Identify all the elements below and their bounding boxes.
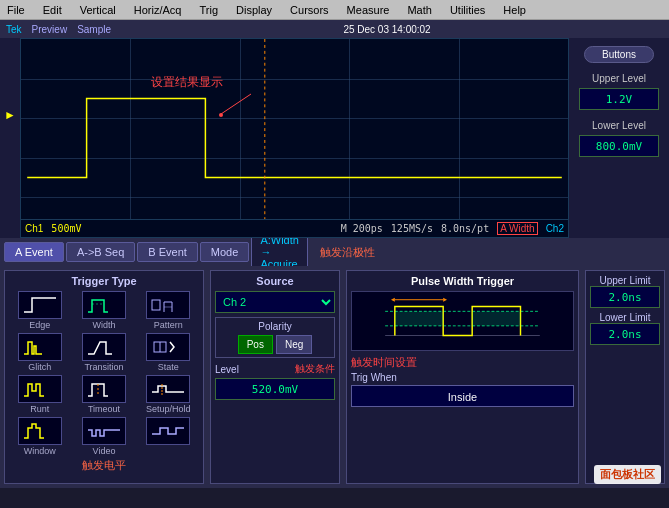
level-label: Level (215, 364, 239, 375)
timeout-icon (82, 375, 126, 403)
scope-time: M 200ps (341, 223, 383, 234)
state-icon (146, 333, 190, 361)
scope-sample-rate: 125MS/s (391, 223, 433, 234)
window-label: Window (24, 446, 56, 456)
trigger-misc (138, 417, 199, 456)
trigger-transition[interactable]: Transition (73, 333, 134, 372)
lower-limit-value: 2.0ns (590, 323, 660, 345)
video-label: Video (93, 446, 116, 456)
trigger-type-grid: Edge Width Pattern (9, 291, 199, 456)
runt-label: Runt (30, 404, 49, 414)
menu-math[interactable]: Math (404, 3, 434, 17)
glitch-label: Glitch (28, 362, 51, 372)
trigger-edge[interactable]: Edge (9, 291, 70, 330)
menu-horiz[interactable]: Horiz/Acq (131, 3, 185, 17)
scope-right-panel: Buttons Upper Level 1.2V Lower Level 800… (569, 38, 669, 238)
buttons-button[interactable]: Buttons (584, 46, 654, 63)
cursor-label: A Width (497, 222, 537, 235)
trig-when-value: Inside (351, 385, 574, 407)
status-sample: Sample (77, 24, 111, 35)
polarity-pos-btn[interactable]: Pos (238, 335, 273, 354)
lower-level-value: 800.0mV (579, 135, 659, 157)
watermark-text: 面包板社区 (600, 468, 655, 480)
svg-rect-13 (472, 311, 520, 326)
width-label: Width (92, 320, 115, 330)
trig-time-annotation: 触发时间设置 (351, 355, 417, 370)
lower-level-label: Lower Level (592, 120, 646, 131)
pulse-diagram (351, 291, 574, 351)
upper-level-label: Upper Level (592, 73, 646, 84)
trig-when-label: Trig When (351, 372, 574, 383)
tab-b-event[interactable]: B Event (137, 242, 198, 262)
uns-badge: 面包板社区 (594, 465, 661, 484)
source-select[interactable]: Ch 2 Ch 1 Ch 3 Ch 4 (215, 291, 335, 313)
status-tek: Tek (6, 24, 22, 35)
menu-display[interactable]: Display (233, 3, 275, 17)
width-icon (82, 291, 126, 319)
menu-bar: File Edit Vertical Horiz/Acq Trig Displa… (0, 0, 669, 20)
tab-ab-seq[interactable]: A->B Seq (66, 242, 135, 262)
level-value: 520.0mV (215, 378, 335, 400)
ch1-mv: 500mV (51, 223, 81, 234)
svg-marker-16 (443, 298, 447, 302)
edge-label: Edge (29, 320, 50, 330)
menu-edit[interactable]: Edit (40, 3, 65, 17)
scope-pt: 8.0ns/pt (441, 223, 489, 234)
source-title: Source (215, 275, 335, 287)
waveform-svg (21, 39, 568, 237)
runt-icon (18, 375, 62, 403)
polarity-box: Polarity Pos Neg (215, 317, 335, 358)
trigger-window[interactable]: Window (9, 417, 70, 456)
timeout-label: Timeout (88, 404, 120, 414)
menu-trig[interactable]: Trig (196, 3, 221, 17)
pulse-section: Pulse Width Trigger 触发时 (346, 270, 579, 484)
trigger-video[interactable]: Video (73, 417, 134, 456)
setuphold-label: Setup/Hold (146, 404, 191, 414)
lower-limit-label: Lower Limit (590, 312, 660, 323)
ch1-label: Ch1 (25, 223, 43, 234)
trigger-condition-annotation: 触发条件 (295, 362, 335, 376)
trigger-timeout[interactable]: Timeout (73, 375, 134, 414)
tabs-row: A Event A->B Seq B Event Mode A:Width → … (0, 238, 669, 266)
pattern-icon (146, 291, 190, 319)
cursor-ch: Ch2 (546, 223, 564, 234)
trigger-runt[interactable]: Runt (9, 375, 70, 414)
trigger-type-section: Trigger Type Edge Width (4, 270, 204, 484)
trigger-state[interactable]: State (138, 333, 199, 372)
upper-limit-value: 2.0ns (590, 286, 660, 308)
scope-left-bar: ► (0, 38, 20, 238)
tab-mode[interactable]: Mode (200, 242, 250, 262)
trigger-glitch[interactable]: Glitch (9, 333, 70, 372)
menu-help[interactable]: Help (500, 3, 529, 17)
menu-measure[interactable]: Measure (344, 3, 393, 17)
menu-vertical[interactable]: Vertical (77, 3, 119, 17)
svg-marker-15 (391, 298, 395, 302)
setuphold-icon (146, 375, 190, 403)
trigger-pattern[interactable]: Pattern (138, 291, 199, 330)
limits-section: Upper Limit 2.0ns Lower Limit 2.0ns (585, 270, 665, 484)
source-section: Source Ch 2 Ch 1 Ch 3 Ch 4 Polarity Pos … (210, 270, 340, 484)
bottom-panel: Trigger Type Edge Width (0, 266, 669, 488)
trigger-setuphold[interactable]: Setup/Hold (138, 375, 199, 414)
glitch-icon (18, 333, 62, 361)
pulse-width-title: Pulse Width Trigger (351, 275, 574, 287)
trig-when-section: Trig When Inside (351, 372, 574, 407)
scope-area: ► 设置结果显示 Ch1 500mV (0, 38, 669, 238)
polarity-neg-btn[interactable]: Neg (276, 335, 312, 354)
polarity-buttons: Pos Neg (219, 335, 331, 354)
status-datetime: 25 Dec 03 14:00:02 (343, 24, 430, 35)
upper-level-value: 1.2V (579, 88, 659, 110)
misc-icon (146, 417, 190, 445)
tab-a-event[interactable]: A Event (4, 242, 64, 262)
menu-file[interactable]: File (4, 3, 28, 17)
transition-label: Transition (84, 362, 123, 372)
svg-rect-4 (152, 300, 160, 310)
menu-utilities[interactable]: Utilities (447, 3, 488, 17)
transition-icon (82, 333, 126, 361)
menu-cursors[interactable]: Cursors (287, 3, 332, 17)
scope-screen: 设置结果显示 Ch1 500mV M 200ps 125MS/s 8.0ns/p… (20, 38, 569, 238)
pattern-label: Pattern (154, 320, 183, 330)
video-icon (82, 417, 126, 445)
trigger-width[interactable]: Width (73, 291, 134, 330)
status-preview: Preview (32, 24, 68, 35)
